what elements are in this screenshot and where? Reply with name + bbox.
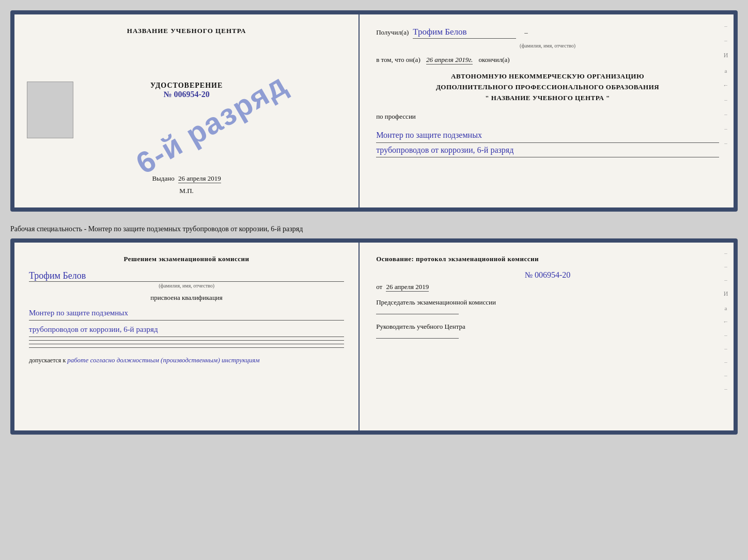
ot-date: 26 апреля 2019 (386, 283, 429, 292)
top-cert-right: Получил(а) Трофим Белов – (фамилия, имя,… (360, 14, 734, 207)
okonchil-label: окончил(а) (479, 56, 510, 63)
protocol-number: № 006954-20 (376, 270, 719, 280)
profession-line1: Монтер по защите подземных (376, 128, 719, 142)
top-certificate: НАЗВАНИЕ УЧЕБНОГО ЦЕНТРА 6-й разряд УДОС… (10, 10, 738, 212)
org-line2: ДОПОЛНИТЕЛЬНОГО ПРОФЕССИОНАЛЬНОГО ОБРАЗО… (376, 82, 719, 93)
org-line3: " НАЗВАНИЕ УЧЕБНОГО ЦЕНТРА " (376, 93, 719, 104)
top-left-title: НАЗВАНИЕ УЧЕБНОГО ЦЕНТРА (127, 27, 246, 35)
fio-caption-top: (фамилия, имя, отчество) (376, 43, 719, 49)
profession-block: Монтер по защите подземных трубопроводов… (376, 128, 719, 157)
top-cert-left: НАЗВАНИЕ УЧЕБНОГО ЦЕНТРА 6-й разряд УДОС… (14, 14, 360, 207)
poluchil-label: Получил(а) (376, 28, 409, 37)
ot-line: от 26 апреля 2019 (376, 283, 719, 291)
specialty-line: Рабочая специальность - Монтер по защите… (10, 220, 738, 238)
right-margin-lines: – – И а ← – – – – (718, 14, 734, 207)
qualification-line1: Монтер по защите подземных (29, 306, 344, 321)
dash: – (524, 28, 528, 37)
prisvoena-label: присвоена квалификация (29, 294, 344, 302)
director-block: Руководитель учебного Центра (376, 323, 719, 339)
bottom-cert-right: Основание: протокол экзаменационной коми… (360, 243, 734, 430)
po-professii-label: по профессии (376, 113, 719, 121)
fio-caption-bot: (фамилия, имя, отчество) (29, 283, 344, 289)
chairman-block: Председатель экзаменационной комиссии (376, 298, 719, 314)
chairman-label: Председатель экзаменационной комиссии (376, 298, 719, 307)
dopuskaetsya-line: допускается к работе согласно должностны… (29, 356, 344, 364)
director-label: Руководитель учебного Центра (376, 323, 719, 331)
photo-placeholder (27, 82, 73, 138)
recipient-name-top: Трофим Белов (413, 27, 516, 39)
org-line1: АВТОНОМНУЮ НЕКОММЕРЧЕСКУЮ ОРГАНИЗАЦИЮ (376, 71, 719, 82)
chairman-signature-line (376, 314, 459, 314)
completion-date: 26 апреля 2019г. (426, 56, 473, 65)
director-signature-line (376, 338, 459, 339)
bottom-certificate: Решением экзаменационной комиссии Трофим… (10, 238, 738, 435)
dopusk-text: работе согласно должностным (производств… (67, 356, 259, 364)
right-margin-lines-bot: – – – И а ← – – – – – (718, 243, 734, 430)
ito-mark: И (720, 52, 731, 59)
osnovanie-title: Основание: протокол экзаменационной коми… (376, 255, 719, 263)
resheniem-title: Решением экзаменационной комиссии (29, 255, 344, 263)
poluchil-line: Получил(а) Трофим Белов – (фамилия, имя,… (376, 27, 719, 49)
dopuskaetsya-label: допускается к (29, 357, 66, 364)
org-block: АВТОНОМНУЮ НЕКОММЕРЧЕСКУЮ ОРГАНИЗАЦИЮ ДО… (376, 71, 719, 103)
recipient-name-bot: Трофим Белов (29, 270, 344, 282)
qualification-line2: трубопроводов от коррозии, 6-й разряд (29, 323, 344, 337)
vtom-line: в том, что он(а) 26 апреля 2019г. окончи… (376, 56, 719, 64)
ot-label: от (376, 283, 382, 291)
vtom-label: в том, что он(а) (376, 56, 420, 63)
profession-line2: трубопроводов от коррозии, 6-й разряд (376, 143, 719, 157)
bottom-cert-left: Решением экзаменационной комиссии Трофим… (14, 243, 360, 430)
